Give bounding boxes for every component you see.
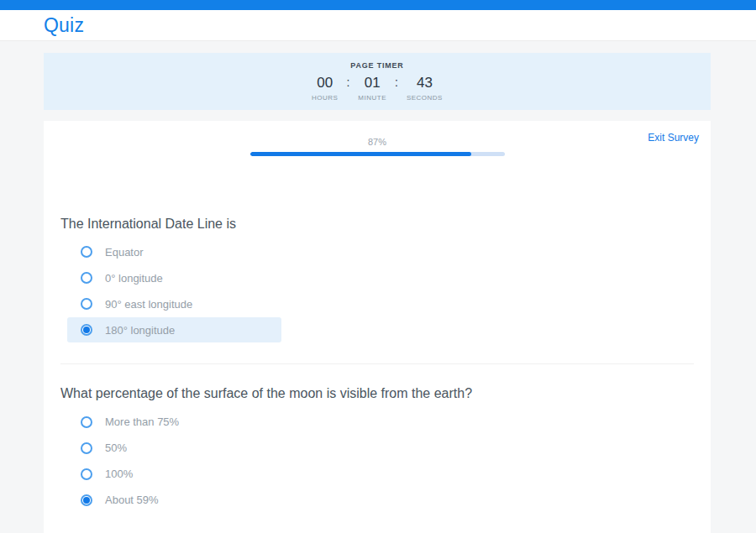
radio-icon[interactable] [81,416,92,428]
timer-heading: PAGE TIMER [350,61,403,70]
question-section: What percentage of the surface of the mo… [60,364,694,533]
options-list: More than 75% 50% 100% About 59% [60,410,694,513]
question-title: The International Date Line is [60,217,694,232]
option-row[interactable]: 100% [67,462,281,487]
option-label: 100% [105,468,133,480]
page-title: Quiz [44,14,84,37]
radio-icon[interactable] [81,468,92,480]
option-label: 180° longitude [105,324,175,337]
timer-separator: : [346,76,349,89]
progress-area: 87% [250,121,505,156]
option-label: Equator [105,246,144,259]
survey-card: Exit Survey 87% The International Date L… [44,121,711,533]
timer-minute-label: MINUTE [358,94,386,102]
option-row[interactable]: More than 75% [67,410,281,435]
app-header: Quiz [0,10,756,41]
progress-percent-label: 87% [250,137,505,147]
option-label: About 59% [105,494,159,506]
options-list: Equator 0° longitude 90° east longitude … [60,239,694,342]
option-row[interactable]: 180° longitude [67,317,281,342]
timer-seconds: 43 SECONDS [407,75,443,102]
option-label: 50% [105,442,127,454]
option-row[interactable]: 90° east longitude [67,291,281,316]
timer-seconds-label: SECONDS [407,94,443,102]
option-label: More than 75% [105,415,179,428]
radio-icon[interactable] [81,298,92,310]
top-accent-bar [0,0,756,10]
timer-separator: : [395,76,398,89]
timer-hours: 00 HOURS [312,75,338,102]
option-row[interactable]: 0° longitude [67,265,281,290]
radio-icon[interactable] [81,272,92,284]
option-row[interactable]: 50% [67,436,281,461]
progress-bar-track [250,152,505,156]
questions: The International Date Line is Equator 0… [44,217,711,533]
timer-seconds-digits: 43 [417,75,433,91]
radio-icon[interactable] [81,324,92,336]
timer-hours-label: HOURS [312,94,338,102]
exit-survey-link[interactable]: Exit Survey [648,132,699,144]
timer-minute-digits: 01 [365,75,381,91]
timer-hours-digits: 00 [317,75,333,91]
progress-fill [250,152,472,156]
radio-icon[interactable] [81,246,92,258]
content-container: PAGE TIMER 00 HOURS : 01 MINUTE : 43 SEC… [44,53,711,533]
question-section: The International Date Line is Equator 0… [60,217,694,364]
option-row[interactable]: About 59% [67,488,281,513]
timer-minute: 01 MINUTE [358,75,386,102]
radio-icon[interactable] [81,442,92,454]
radio-icon[interactable] [81,494,92,506]
option-label: 90° east longitude [105,298,192,311]
page-timer-panel: PAGE TIMER 00 HOURS : 01 MINUTE : 43 SEC… [44,53,711,110]
option-label: 0° longitude [105,272,163,285]
question-title: What percentage of the surface of the mo… [60,386,694,401]
option-row[interactable]: Equator [67,239,281,264]
timer-value: 00 HOURS : 01 MINUTE : 43 SECONDS [312,75,443,102]
